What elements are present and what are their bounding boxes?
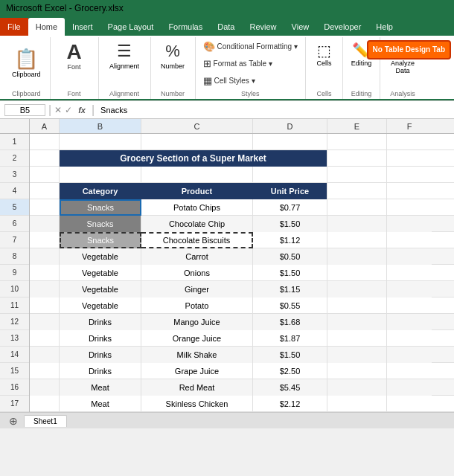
cell-c13[interactable]: Orange Juice: [141, 330, 253, 347]
title-cell[interactable]: Grocery Section of a Super Market: [60, 150, 327, 167]
cell-a11[interactable]: [30, 298, 60, 314]
cell-c1[interactable]: [141, 134, 253, 150]
tab-help[interactable]: Help: [368, 18, 400, 36]
cell-e3[interactable]: [327, 167, 387, 183]
row-header-4[interactable]: 4: [0, 183, 29, 199]
cell-d8[interactable]: $0.50: [253, 248, 327, 265]
cell-e11[interactable]: [327, 298, 387, 314]
cell-b15[interactable]: Drinks: [60, 363, 141, 379]
cell-b10[interactable]: Vegetable: [60, 281, 141, 298]
cell-c7[interactable]: Chocolate Biscuits: [141, 232, 253, 248]
col-header-f[interactable]: F: [387, 119, 432, 133]
cell-e5[interactable]: [327, 199, 387, 216]
cell-a13[interactable]: [30, 330, 60, 347]
cell-e15[interactable]: [327, 363, 387, 379]
cell-b9[interactable]: Vegetable: [60, 265, 141, 281]
row-header-11[interactable]: 11: [0, 298, 29, 314]
cell-f11[interactable]: [387, 298, 432, 314]
tab-data[interactable]: Data: [210, 18, 242, 36]
cell-c4[interactable]: Product: [141, 183, 253, 199]
cell-b6[interactable]: Snacks: [60, 216, 141, 232]
cell-f17[interactable]: [387, 396, 432, 412]
cell-c6[interactable]: Chocolate Chip: [141, 216, 253, 232]
cell-e4[interactable]: [327, 183, 387, 199]
cell-b8[interactable]: Vegetable: [60, 248, 141, 265]
cell-e2[interactable]: [327, 150, 387, 167]
cell-e16[interactable]: [327, 379, 387, 396]
cell-d4[interactable]: Unit Price: [253, 183, 327, 199]
cell-f4[interactable]: [387, 183, 432, 199]
cell-b12[interactable]: Drinks: [60, 314, 141, 330]
cell-d6[interactable]: $1.50: [253, 216, 327, 232]
row-header-6[interactable]: 6: [0, 216, 29, 232]
cell-c3[interactable]: [141, 167, 253, 183]
cell-c17[interactable]: Skinless Chicken: [141, 396, 253, 412]
cell-a1[interactable]: [30, 134, 60, 150]
cell-f15[interactable]: [387, 363, 432, 379]
cell-a4[interactable]: [30, 183, 60, 199]
cell-b17[interactable]: Meat: [60, 396, 141, 412]
cells-button[interactable]: ⬚ Cells: [313, 39, 334, 70]
cell-e1[interactable]: [327, 134, 387, 150]
cell-c10[interactable]: Ginger: [141, 281, 253, 298]
cell-a8[interactable]: [30, 248, 60, 265]
row-header-1[interactable]: 1: [0, 134, 29, 150]
cell-f9[interactable]: [387, 265, 432, 281]
cell-f5[interactable]: [387, 199, 432, 216]
cell-a2[interactable]: [30, 150, 60, 167]
cell-f2[interactable]: [387, 150, 432, 167]
tab-file[interactable]: File: [0, 18, 28, 36]
formula-input[interactable]: [97, 105, 450, 115]
cell-c12[interactable]: Mango Juice: [141, 314, 253, 330]
row-header-3[interactable]: 3: [0, 167, 29, 183]
row-header-13[interactable]: 13: [0, 330, 29, 347]
cell-e10[interactable]: [327, 281, 387, 298]
cell-e9[interactable]: [327, 265, 387, 281]
row-header-7[interactable]: 7: [0, 232, 29, 248]
cell-d11[interactable]: $0.55: [253, 298, 327, 314]
format-as-table-button[interactable]: ⊞ Format as Table ▾: [200, 56, 301, 71]
sheet-tab-add[interactable]: ⊕: [3, 414, 24, 428]
row-header-5[interactable]: 5: [0, 199, 29, 216]
cell-b16[interactable]: Meat: [60, 379, 141, 396]
cell-d15[interactable]: $2.50: [253, 363, 327, 379]
cell-b5[interactable]: Snacks: [60, 199, 141, 216]
cell-b3[interactable]: [60, 167, 141, 183]
cell-c5[interactable]: Potato Chips: [141, 199, 253, 216]
cell-d10[interactable]: $1.15: [253, 281, 327, 298]
cell-b13[interactable]: Drinks: [60, 330, 141, 347]
cell-e13[interactable]: [327, 330, 387, 347]
cell-f1[interactable]: [387, 134, 432, 150]
row-header-15[interactable]: 15: [0, 363, 29, 379]
cell-d14[interactable]: $1.50: [253, 347, 327, 363]
cell-c15[interactable]: Grape Juice: [141, 363, 253, 379]
cell-a16[interactable]: [30, 379, 60, 396]
cell-f8[interactable]: [387, 248, 432, 265]
row-header-2[interactable]: 2: [0, 150, 29, 167]
cell-d13[interactable]: $1.87: [253, 330, 327, 347]
tab-formulas[interactable]: Formulas: [161, 18, 210, 36]
cell-f12[interactable]: [387, 314, 432, 330]
clipboard-button[interactable]: 📋 Clipboard: [7, 45, 45, 81]
cell-a7[interactable]: [30, 232, 60, 248]
cell-c8[interactable]: Carrot: [141, 248, 253, 265]
cell-b11[interactable]: Vegetable: [60, 298, 141, 314]
cell-f13[interactable]: [387, 330, 432, 347]
cell-c11[interactable]: Potato: [141, 298, 253, 314]
row-header-16[interactable]: 16: [0, 379, 29, 396]
cell-a14[interactable]: [30, 347, 60, 363]
tab-insert[interactable]: Insert: [65, 18, 100, 36]
cell-styles-button[interactable]: ▦ Cell Styles ▾: [200, 73, 301, 89]
cell-a17[interactable]: [30, 396, 60, 412]
tab-pagelayout[interactable]: Page Layout: [100, 18, 162, 36]
cell-f3[interactable]: [387, 167, 432, 183]
cell-f16[interactable]: [387, 379, 432, 396]
name-box[interactable]: [4, 104, 45, 116]
col-header-c[interactable]: C: [141, 119, 253, 133]
cell-d17[interactable]: $2.12: [253, 396, 327, 412]
cell-d1[interactable]: [253, 134, 327, 150]
cell-a10[interactable]: [30, 281, 60, 298]
cell-a9[interactable]: [30, 265, 60, 281]
cell-e7[interactable]: [327, 232, 387, 248]
sheet-tab-1[interactable]: Sheet1: [24, 415, 67, 427]
